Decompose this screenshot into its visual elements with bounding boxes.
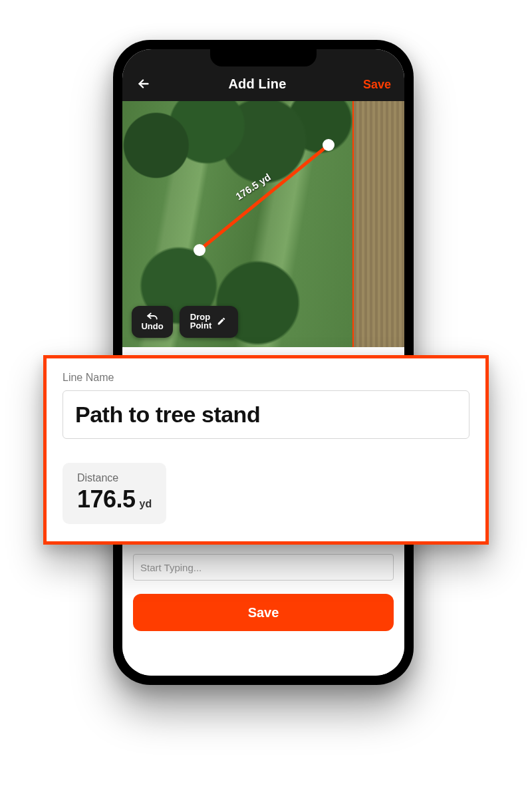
map-tools: Undo Drop Point — [132, 306, 238, 338]
arrow-left-icon — [136, 76, 151, 91]
distance-value: 176.5 yd — [77, 485, 152, 513]
drop-point-button[interactable]: Drop Point — [180, 306, 238, 338]
page-title: Add Line — [228, 76, 286, 92]
svg-point-1 — [194, 244, 205, 256]
save-button[interactable]: Save — [133, 594, 394, 631]
line-name-label: Line Name — [63, 372, 469, 384]
map-view[interactable]: 176.5 yd Undo Drop Point — [122, 101, 404, 347]
line-name-input-wrap — [63, 390, 469, 439]
drop-point-label: Drop Point — [190, 313, 212, 331]
header-save-link[interactable]: Save — [363, 78, 391, 92]
svg-point-2 — [323, 139, 334, 151]
phone-notch — [210, 49, 317, 66]
line-details-callout: Line Name Distance 176.5 yd — [43, 355, 489, 545]
svg-line-0 — [200, 145, 329, 250]
distance-card: Distance 176.5 yd — [63, 463, 166, 524]
notes-input[interactable] — [133, 554, 394, 581]
line-name-input[interactable] — [75, 402, 457, 428]
distance-number: 176.5 — [77, 485, 136, 513]
undo-icon — [146, 311, 158, 321]
back-button[interactable] — [136, 76, 152, 92]
undo-button[interactable]: Undo — [132, 306, 173, 338]
distance-label: Distance — [77, 472, 152, 484]
pencil-icon — [215, 317, 227, 326]
undo-label: Undo — [141, 322, 163, 331]
distance-unit: yd — [140, 498, 152, 510]
